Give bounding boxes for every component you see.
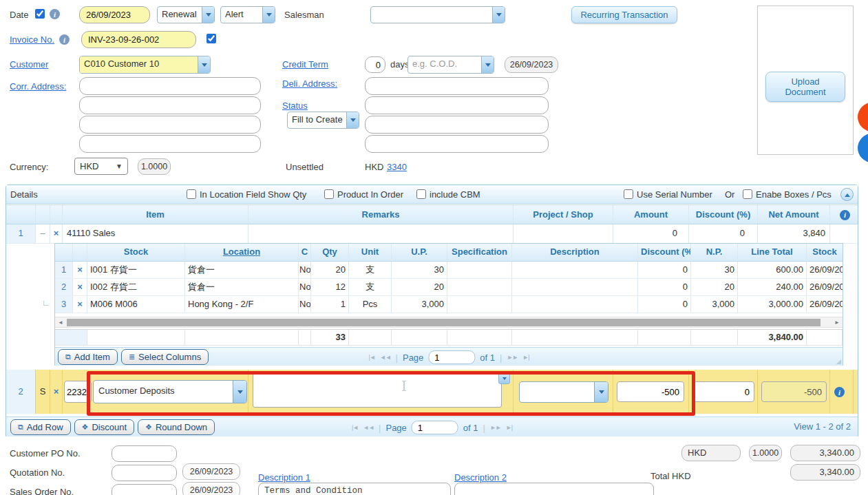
corr-address-input-4[interactable] (79, 135, 261, 153)
project-cell[interactable] (514, 224, 613, 243)
date-input[interactable] (79, 6, 150, 23)
col-stock[interactable]: Stock (87, 244, 185, 261)
currency-select[interactable]: HKD ▼ (74, 158, 128, 175)
remarks-textarea[interactable] (253, 373, 502, 408)
item-cell[interactable]: 41110 Sales (63, 224, 248, 243)
chevron-down-icon[interactable] (481, 56, 494, 73)
use-serial-number-checkbox[interactable] (624, 189, 633, 199)
quotation-no-input[interactable] (112, 465, 177, 481)
pager-prev-icon[interactable]: ◄◄ (363, 424, 374, 431)
red-notification-badge[interactable] (858, 103, 868, 131)
delete-row-icon[interactable]: × (50, 370, 63, 414)
deli-address-input-3[interactable] (365, 116, 549, 134)
deli-address-input-4[interactable] (365, 135, 549, 153)
chevron-down-icon[interactable] (262, 7, 275, 23)
grid-info-icon[interactable]: i (840, 210, 850, 220)
horizontal-scrollbar[interactable]: ◄ ► (55, 317, 843, 328)
delete-row-icon[interactable]: × (73, 279, 87, 295)
blue-help-badge[interactable] (858, 134, 868, 162)
corr-address-input-2[interactable] (79, 96, 261, 114)
col-project-shop[interactable]: Project / Shop (514, 205, 613, 224)
description-2-textarea[interactable] (454, 483, 654, 495)
col-item[interactable]: Item (63, 205, 248, 224)
col-up[interactable]: U.P. (392, 244, 447, 261)
discount-button[interactable]: ❖Discount (74, 419, 134, 435)
col-net-amount[interactable]: Net Amount (758, 205, 830, 224)
corr-address-label[interactable]: Corr. Address: (10, 81, 66, 92)
chevron-down-icon[interactable] (346, 112, 359, 128)
col-np[interactable]: N.P. (691, 244, 738, 261)
sales-order-input[interactable] (112, 484, 177, 495)
unsettled-amount-link[interactable]: 3340 (387, 162, 407, 172)
discount-input[interactable] (692, 381, 754, 402)
deli-address-label[interactable]: Deli. Address: (282, 78, 337, 89)
delete-row-icon[interactable]: × (73, 296, 87, 313)
status-label[interactable]: Status (282, 101, 308, 111)
description-1-label[interactable]: Description 1 (258, 472, 310, 483)
description-1-textarea[interactable]: Terms and Condition (258, 483, 451, 495)
col-discount[interactable]: Discount (%) (689, 205, 758, 224)
collapse-details-button[interactable] (840, 188, 854, 201)
select-columns-button[interactable]: ≣Select Columns (121, 349, 209, 365)
invoice-no-label[interactable]: Invoice No. (10, 34, 54, 45)
account-select[interactable]: Customer Deposits (93, 380, 247, 403)
invoice-no-input[interactable] (81, 31, 196, 48)
chevron-down-icon[interactable] (492, 7, 505, 23)
col-amount[interactable]: Amount (613, 205, 689, 224)
account-code-input[interactable] (64, 381, 92, 403)
page-input[interactable] (428, 350, 475, 364)
chevron-down-icon[interactable] (233, 381, 246, 403)
description-2-label[interactable]: Description 2 (454, 472, 507, 483)
status-select[interactable]: Fill to Create (287, 112, 359, 129)
pager-first-icon[interactable]: |◄ (352, 424, 358, 431)
date-checkbox[interactable] (35, 9, 45, 19)
renewal-select[interactable]: Renewal (157, 6, 215, 23)
col-qty[interactable]: Qty (311, 244, 349, 261)
upload-document-button[interactable]: Upload Document (765, 72, 845, 102)
round-down-button[interactable]: ❖Round Down (138, 419, 215, 435)
customer-label[interactable]: Customer (10, 59, 48, 70)
col-location[interactable]: Location (185, 244, 299, 261)
salesman-select[interactable] (370, 6, 505, 23)
deli-address-input-2[interactable] (365, 96, 549, 114)
col-specification[interactable]: Specification (447, 244, 512, 261)
corr-address-input-1[interactable] (79, 77, 261, 95)
scroll-left-icon[interactable]: ◄ (58, 318, 63, 327)
amount-cell[interactable]: 0 (613, 224, 689, 243)
col-line-total[interactable]: Line Total (738, 244, 807, 261)
add-item-button[interactable]: ⧉Add Item (58, 349, 118, 365)
corr-address-input-3[interactable] (79, 116, 261, 134)
row-info-icon[interactable]: i (834, 387, 845, 397)
pager-last-icon[interactable]: ►| (506, 424, 512, 431)
add-row-button[interactable]: ⧉Add Row (10, 419, 71, 435)
delete-row-icon[interactable]: × (73, 262, 87, 278)
discount-cell[interactable]: 0 (689, 224, 758, 243)
col-stock-date[interactable]: Stock (807, 244, 843, 261)
deli-address-input-1[interactable] (365, 77, 549, 95)
col-unit[interactable]: Unit (349, 244, 392, 261)
collapse-row-icon[interactable]: – (36, 224, 50, 243)
remarks-cell[interactable] (248, 224, 514, 243)
credit-term-label[interactable]: Credit Term (282, 59, 328, 70)
recurring-transaction-button[interactable]: Recurring Transaction (571, 6, 677, 23)
date-info-icon[interactable]: i (50, 9, 60, 19)
customer-select[interactable]: C010 Customer 10 (79, 56, 211, 74)
chevron-down-icon[interactable] (198, 56, 210, 73)
enable-boxes-pcs-checkbox[interactable] (743, 189, 752, 199)
alert-select[interactable]: Alert (220, 6, 275, 23)
col-description[interactable]: Description (512, 244, 638, 261)
include-cbm-checkbox[interactable] (416, 189, 426, 199)
pager-next-icon[interactable]: ►► (507, 354, 518, 361)
pager-first-icon[interactable]: |◄ (369, 354, 375, 361)
in-location-show-qty-checkbox[interactable] (187, 189, 196, 199)
resize-handle-icon[interactable]: ◢ (836, 358, 841, 365)
page-input[interactable] (412, 421, 458, 434)
col-remarks[interactable]: Remarks (248, 205, 514, 224)
chevron-down-icon[interactable] (202, 7, 214, 23)
customer-po-input[interactable] (112, 445, 177, 462)
net-amount-cell[interactable]: 3,840 (758, 224, 830, 243)
remarks-dropdown-icon[interactable] (498, 372, 510, 384)
invoice-checkbox[interactable] (207, 34, 216, 43)
pager-last-icon[interactable]: ►| (522, 354, 529, 361)
credit-type-select[interactable]: e.g. C.O.D. (407, 56, 494, 74)
